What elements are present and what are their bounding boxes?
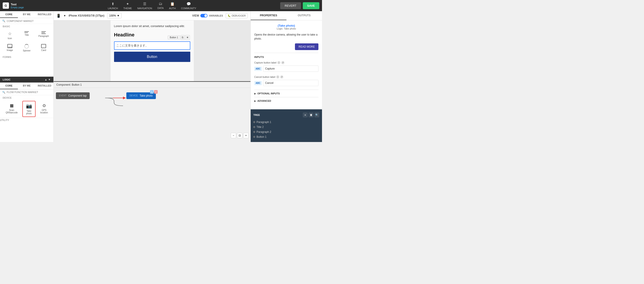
tree-dot-paragraph1 (253, 121, 255, 123)
advanced-label: ADVANCED (258, 100, 271, 102)
qr-icon: ▦ (10, 103, 14, 108)
component-item-paragraph[interactable]: Paragraph (36, 30, 52, 41)
component-label-spinner: Spinner (23, 50, 30, 52)
device-section-label: DEVICE (0, 95, 54, 100)
nav-item-theme[interactable]: ✦ THEME (123, 2, 132, 10)
device-node[interactable]: ⎘ ✕ DEVICE Take photo (126, 92, 156, 99)
logic-tab-by-me[interactable]: BY ME (18, 82, 36, 89)
device-item-take-photo[interactable]: 📷 Take photo (22, 101, 36, 117)
tab-by-me[interactable]: BY ME (18, 11, 36, 18)
tree-search-btn[interactable]: 🔍 (314, 112, 319, 118)
tree-item-title2[interactable]: Title 2 (253, 124, 319, 130)
read-more-button[interactable]: READ MORE (295, 44, 318, 50)
nav-items: ⬆ LAUNCH ✦ THEME ☰ NAVIGATION 🗂 DATA 📋 A… (108, 2, 196, 10)
component-label: Component: Button 1 (56, 83, 82, 86)
utility-section-label: UTILITY (0, 118, 54, 122)
cancel-value[interactable]: Cancel (263, 80, 318, 86)
logic-search[interactable]: 🔍 (0, 90, 54, 95)
tab-core[interactable]: CORE (0, 11, 18, 18)
cancel-link-icon[interactable]: ↗ (280, 75, 283, 78)
nav-item-navigation[interactable]: ☰ NAVIGATION (137, 2, 152, 10)
image-component-icon (8, 44, 12, 48)
button-badge-copy[interactable]: ⎘ (181, 35, 185, 40)
tree-delete-btn[interactable]: 🗑 (308, 112, 314, 118)
inputs-section-title: INPUTS (254, 56, 318, 58)
phone-paragraph: Lorem ipsum dolor sit amet, consetetur s… (114, 24, 190, 28)
debugger-button[interactable]: 🐛 DEBUGGER (226, 13, 248, 18)
nav-item-auth[interactable]: 📋 AUTH (169, 2, 176, 10)
nav-item-data[interactable]: 🗂 DATA (158, 2, 164, 10)
component-grid: ☆ Icon Title Paragraph Im (0, 28, 54, 54)
tree-item-paragraph1[interactable]: Paragraph 1 (253, 120, 319, 124)
component-item-title[interactable]: Title (19, 30, 35, 41)
device-node-copy-btn[interactable]: ⎘ (150, 90, 154, 94)
logic-header: LOGIC ▲ ▼ (0, 77, 54, 82)
logic-section: LOGIC ▲ ▼ CORE BY ME INSTALLED 🔍 DEVICE … (0, 77, 54, 142)
logic-search-input[interactable] (7, 91, 51, 94)
device-label-take-photo: Take photo (24, 110, 34, 115)
tree-item-paragraph2[interactable]: Paragraph 2 (253, 130, 319, 134)
event-value: Component tap (68, 94, 86, 97)
nav-label-auth: AUTH (169, 7, 176, 10)
tree-label-paragraph2: Paragraph 2 (256, 130, 271, 134)
flow-zoom-out-btn[interactable]: − (231, 133, 236, 138)
component-logic: Logic: Take photo (254, 27, 318, 30)
phone-text-input[interactable]: ここに文章を書きます。 Button 1 ⎘ ✕ (114, 41, 190, 50)
camera-icon: 📷 (26, 103, 32, 109)
device-selector[interactable]: iPhone XS/X/6/6S/7/8 (375px) (69, 14, 104, 17)
nav-item-launch[interactable]: ⬆ LAUNCH (108, 2, 118, 10)
flow-zoom-in-btn[interactable]: + (243, 133, 249, 138)
revert-button[interactable]: REVERT (280, 2, 301, 9)
tree-items: Paragraph 1 Title 2 Paragraph 2 Button 1 (253, 119, 319, 140)
arrow-head (123, 96, 126, 99)
flow-canvas: EVENT Component tap (54, 88, 250, 140)
component-item-card[interactable]: Card (36, 42, 52, 54)
flow-fit-btn[interactable]: ⊡ (237, 133, 242, 138)
event-node[interactable]: EVENT Component tap (56, 92, 90, 99)
capture-link-icon[interactable]: ↗ (281, 61, 284, 64)
view-toggle-knob (204, 14, 207, 17)
logic-expand-btn[interactable]: ▲ (44, 78, 47, 81)
component-item-icon[interactable]: ☆ Icon (2, 30, 18, 41)
spinner-component-icon (24, 44, 29, 48)
logo: G Test Empty page (3, 2, 24, 9)
phone-input-text: ここに文章を書きます。 (116, 44, 148, 48)
tree-header: TREE + 🗑 🔍 (253, 111, 319, 119)
device-label-scan: Scan QR/barcode (3, 109, 20, 114)
component-item-image[interactable]: Image (2, 42, 18, 54)
nav-item-community[interactable]: 💬 COMMUNITY (181, 2, 196, 10)
optional-inputs-label: OPTIONAL INPUTS (258, 92, 280, 95)
icon-component-icon: ☆ (8, 31, 12, 36)
capture-label-group: Capture button label i ↗ ABC Capture (254, 61, 318, 72)
capture-info-icon[interactable]: i (277, 61, 280, 64)
tree-label-title2: Title 2 (256, 126, 264, 128)
logic-tab-installed[interactable]: INSTALLED (36, 82, 54, 89)
app-subtitle[interactable]: Empty page (11, 6, 24, 9)
logic-tabs: CORE BY ME INSTALLED (0, 82, 54, 90)
zoom-selector[interactable]: 100% ▼ (107, 13, 122, 18)
cancel-label-group: Cancel button label i ↗ ABC Cancel (254, 75, 318, 86)
advanced-section[interactable]: ▶ ADVANCED (254, 97, 318, 104)
component-item-spinner[interactable]: Spinner (19, 42, 35, 54)
logic-area: Component: Button 1 EVENT Component tap (54, 81, 250, 142)
variables-label[interactable]: VARIABLES (209, 14, 223, 17)
device-item-gps[interactable]: ⊙ GPS location (36, 101, 52, 117)
component-search-input[interactable] (7, 20, 51, 22)
save-button[interactable]: SAVE (303, 2, 319, 9)
optional-inputs-section[interactable]: ▶ OPTIONAL INPUTS (254, 90, 318, 97)
tab-installed[interactable]: INSTALLED (36, 11, 54, 18)
logic-collapse-btn[interactable]: ▼ (48, 78, 51, 81)
view-toggle-track[interactable] (200, 14, 208, 18)
cancel-info-icon[interactable]: i (276, 75, 279, 78)
device-node-close-btn[interactable]: ✕ (154, 90, 158, 94)
tab-outputs[interactable]: OUTPUTS (286, 11, 322, 20)
tab-properties[interactable]: PROPERTIES (251, 11, 286, 20)
tree-item-button1[interactable]: Button 1 (253, 134, 319, 139)
capture-value[interactable]: Capture (263, 66, 318, 72)
device-item-scan[interactable]: ▦ Scan QR/barcode (2, 101, 22, 117)
button-badge-close[interactable]: ✕ (185, 35, 190, 40)
component-search[interactable]: 🔍 (0, 18, 54, 24)
tree-add-btn[interactable]: + (303, 112, 308, 118)
logic-tab-core[interactable]: CORE (0, 82, 18, 89)
phone-button[interactable]: Button (114, 52, 190, 62)
